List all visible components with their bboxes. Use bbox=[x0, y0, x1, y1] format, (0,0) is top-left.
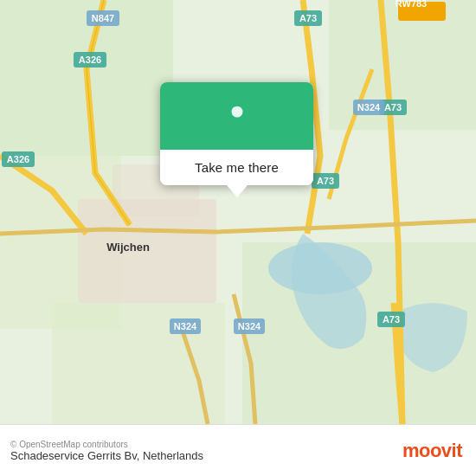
svg-text:A326: A326 bbox=[79, 55, 101, 65]
copyright-text: © OpenStreetMap contributors bbox=[10, 440, 203, 449]
svg-text:Wijchen: Wijchen bbox=[106, 241, 150, 254]
map-container: N847 A326 A326 A73 RW783 A73 N324 A73 N3… bbox=[0, 0, 476, 424]
svg-text:A326: A326 bbox=[7, 154, 29, 164]
map-popup: Take me there bbox=[160, 82, 313, 185]
svg-text:A73: A73 bbox=[299, 13, 317, 23]
svg-text:A73: A73 bbox=[383, 314, 400, 325]
moovit-brand-text: moovit bbox=[402, 440, 462, 462]
svg-text:N324: N324 bbox=[357, 102, 381, 113]
popup-tail bbox=[227, 185, 248, 197]
svg-marker-34 bbox=[229, 120, 243, 132]
svg-text:N847: N847 bbox=[92, 13, 114, 23]
popup-header bbox=[160, 82, 313, 150]
location-pin-icon bbox=[219, 98, 255, 134]
svg-text:N324: N324 bbox=[238, 321, 261, 331]
footer: © OpenStreetMap contributors Schadeservi… bbox=[0, 424, 476, 476]
take-me-there-button[interactable]: Take me there bbox=[160, 150, 313, 185]
svg-text:RW783: RW783 bbox=[396, 0, 427, 9]
svg-point-33 bbox=[231, 106, 242, 118]
location-title: Schadeservice Gerrits Bv, Netherlands bbox=[10, 449, 203, 462]
footer-left: © OpenStreetMap contributors Schadeservi… bbox=[10, 440, 203, 462]
svg-text:N324: N324 bbox=[174, 321, 197, 331]
moovit-logo: moovit bbox=[402, 440, 462, 462]
svg-text:A73: A73 bbox=[384, 102, 402, 113]
svg-text:A73: A73 bbox=[317, 176, 334, 186]
